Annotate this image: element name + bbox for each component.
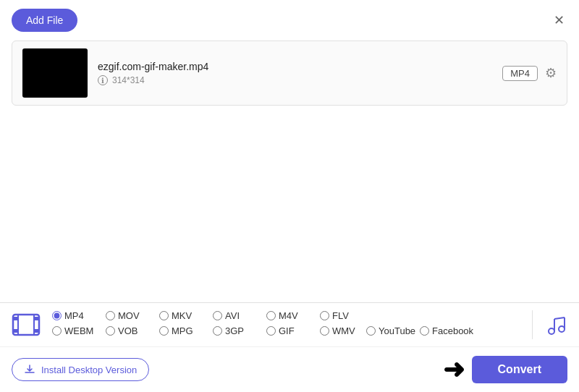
svg-point-9 bbox=[559, 326, 565, 332]
svg-line-12 bbox=[554, 318, 565, 319]
format-badge: MP4 bbox=[502, 66, 538, 81]
format-option-wmv[interactable]: WMV bbox=[320, 325, 363, 336]
video-format-icon bbox=[12, 310, 41, 339]
format-option-gif[interactable]: GIF bbox=[266, 325, 317, 336]
file-thumbnail bbox=[22, 48, 88, 98]
close-button[interactable]: ✕ bbox=[551, 11, 567, 30]
format-option-vob[interactable]: VOB bbox=[106, 325, 156, 336]
format-selector: MP4 MOV MKV AVI M4V FLV bbox=[0, 303, 579, 347]
format-option-m4v[interactable]: M4V bbox=[266, 310, 317, 321]
file-item: ezgif.com-gif-maker.mp4 ℹ 314*314 MP4 ⚙ bbox=[12, 41, 567, 105]
svg-rect-5 bbox=[34, 317, 39, 320]
format-row-2: WEBM VOB MPG 3GP GIF WMV Y bbox=[52, 325, 532, 336]
svg-rect-1 bbox=[13, 319, 39, 331]
format-option-mp4[interactable]: MP4 bbox=[52, 310, 103, 321]
file-actions: MP4 ⚙ bbox=[502, 65, 557, 81]
svg-rect-7 bbox=[34, 329, 39, 333]
header: Add File ✕ bbox=[0, 0, 579, 38]
format-option-webm[interactable]: WEBM bbox=[52, 325, 103, 336]
file-meta: ℹ 314*314 bbox=[98, 75, 492, 85]
install-desktop-button[interactable]: Install Desktop Version bbox=[12, 358, 149, 381]
info-icon: ℹ bbox=[98, 75, 108, 85]
format-option-mkv[interactable]: MKV bbox=[159, 310, 210, 321]
file-dimensions: 314*314 bbox=[112, 75, 145, 85]
format-option-flv[interactable]: FLV bbox=[320, 310, 371, 321]
format-option-3gp[interactable]: 3GP bbox=[213, 325, 263, 336]
file-info: ezgif.com-gif-maker.mp4 ℹ 314*314 bbox=[98, 61, 492, 85]
action-bar: Install Desktop Version ➜ Convert bbox=[0, 347, 579, 392]
format-option-avi[interactable]: AVI bbox=[213, 310, 263, 321]
main-content bbox=[0, 108, 579, 318]
add-file-button[interactable]: Add File bbox=[12, 9, 77, 32]
format-option-youtube[interactable]: YouTube bbox=[366, 325, 417, 336]
bottom-bar: MP4 MOV MKV AVI M4V FLV bbox=[0, 302, 579, 392]
file-name: ezgif.com-gif-maker.mp4 bbox=[98, 61, 492, 72]
file-list: ezgif.com-gif-maker.mp4 ℹ 314*314 MP4 ⚙ bbox=[12, 41, 567, 106]
format-option-facebook[interactable]: Facebook bbox=[420, 325, 473, 336]
format-options-grid: MP4 MOV MKV AVI M4V FLV bbox=[52, 310, 532, 339]
arrow-icon: ➜ bbox=[443, 354, 465, 385]
svg-rect-4 bbox=[13, 317, 18, 320]
format-option-mpg[interactable]: MPG bbox=[159, 325, 210, 336]
music-icon-box[interactable] bbox=[532, 310, 567, 339]
svg-rect-6 bbox=[13, 329, 18, 333]
format-option-mov[interactable]: MOV bbox=[106, 310, 156, 321]
settings-icon[interactable]: ⚙ bbox=[545, 65, 557, 81]
format-row-1: MP4 MOV MKV AVI M4V FLV bbox=[52, 310, 532, 321]
download-icon bbox=[24, 364, 35, 375]
arrow-convert-group: ➜ Convert bbox=[443, 354, 567, 385]
svg-point-8 bbox=[549, 328, 554, 334]
convert-button[interactable]: Convert bbox=[472, 356, 567, 383]
